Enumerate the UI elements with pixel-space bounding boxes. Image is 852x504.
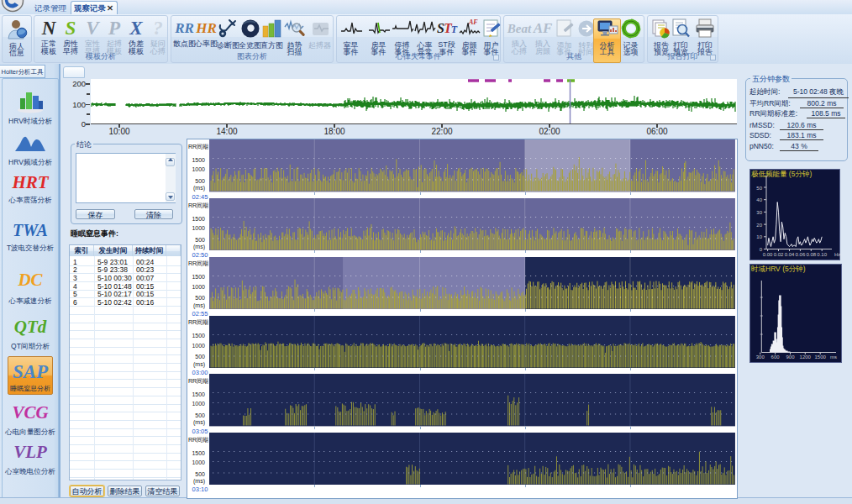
svg-text:0.06: 0.06 [796, 252, 806, 257]
svg-text:0.00: 0.00 [763, 252, 773, 257]
svg-text:0.02: 0.02 [774, 252, 784, 257]
svg-text:50: 50 [756, 186, 762, 191]
svg-text:900: 900 [786, 354, 795, 360]
svg-text:1200: 1200 [800, 354, 812, 360]
svg-text:40: 40 [756, 197, 762, 202]
svg-text:30: 30 [756, 210, 762, 215]
svg-text:20: 20 [756, 223, 762, 228]
svg-text:Hz: Hz [834, 252, 840, 257]
svg-text:600: 600 [771, 354, 781, 360]
svg-text:1500: 1500 [815, 354, 827, 360]
svg-text:ms: ms [830, 354, 837, 360]
svg-text:300: 300 [756, 354, 765, 360]
svg-text:10: 10 [756, 234, 762, 239]
svg-text:0.04: 0.04 [785, 252, 795, 257]
svg-text:0.10: 0.10 [817, 252, 827, 257]
svg-text:0.08: 0.08 [806, 252, 816, 257]
